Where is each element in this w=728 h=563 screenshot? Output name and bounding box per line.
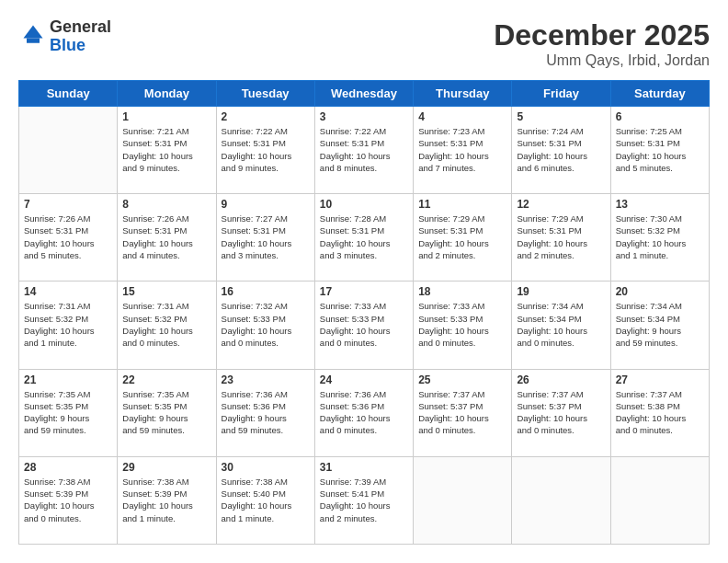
day-info: Sunrise: 7:38 AM Sunset: 5:40 PM Dayligh… [222,476,310,524]
calendar-cell: 21Sunrise: 7:35 AM Sunset: 5:35 PM Dayli… [19,369,118,456]
day-info: Sunrise: 7:26 AM Sunset: 5:31 PM Dayligh… [122,213,210,261]
day-info: Sunrise: 7:23 AM Sunset: 5:31 PM Dayligh… [418,125,506,174]
day-number: 11 [418,198,506,211]
day-info: Sunrise: 7:38 AM Sunset: 5:39 PM Dayligh… [24,476,112,524]
day-number: 30 [222,461,310,474]
calendar-week-row: 28Sunrise: 7:38 AM Sunset: 5:39 PM Dayli… [19,456,710,544]
calendar-cell: 1Sunrise: 7:21 AM Sunset: 5:31 PM Daylig… [118,107,216,194]
day-info: Sunrise: 7:29 AM Sunset: 5:31 PM Dayligh… [418,213,506,261]
calendar-week-row: 7Sunrise: 7:26 AM Sunset: 5:31 PM Daylig… [19,194,710,282]
header: General Blue December 2025 Umm Qays, Irb… [18,18,710,69]
svg-marker-0 [24,25,43,38]
col-saturday: Saturday [610,81,709,107]
day-info: Sunrise: 7:37 AM Sunset: 5:37 PM Dayligh… [418,388,506,437]
day-number: 6 [616,110,704,123]
day-info: Sunrise: 7:32 AM Sunset: 5:33 PM Dayligh… [222,300,310,349]
day-info: Sunrise: 7:33 AM Sunset: 5:33 PM Dayligh… [418,300,506,349]
day-number: 29 [122,461,210,474]
col-monday: Monday [118,81,216,107]
day-number: 17 [320,285,408,298]
day-number: 1 [122,110,210,123]
calendar-cell: 10Sunrise: 7:28 AM Sunset: 5:31 PM Dayli… [314,194,413,282]
calendar-cell: 26Sunrise: 7:37 AM Sunset: 5:37 PM Dayli… [512,369,610,456]
day-info: Sunrise: 7:26 AM Sunset: 5:31 PM Dayligh… [24,213,112,261]
day-info: Sunrise: 7:31 AM Sunset: 5:32 PM Dayligh… [24,300,112,349]
calendar-cell [19,107,118,194]
day-number: 14 [24,285,112,298]
calendar-cell: 7Sunrise: 7:26 AM Sunset: 5:31 PM Daylig… [19,194,118,282]
calendar-cell: 13Sunrise: 7:30 AM Sunset: 5:32 PM Dayli… [610,194,709,282]
calendar-week-row: 14Sunrise: 7:31 AM Sunset: 5:32 PM Dayli… [19,282,710,369]
day-number: 18 [418,285,506,298]
day-info: Sunrise: 7:24 AM Sunset: 5:31 PM Dayligh… [517,125,605,174]
col-wednesday: Wednesday [314,81,413,107]
day-number: 26 [517,373,605,386]
day-number: 12 [517,198,605,211]
logo: General Blue [18,18,111,55]
day-info: Sunrise: 7:22 AM Sunset: 5:31 PM Dayligh… [320,125,408,174]
day-number: 23 [222,373,310,386]
calendar-cell: 3Sunrise: 7:22 AM Sunset: 5:31 PM Daylig… [314,107,413,194]
title-block: December 2025 Umm Qays, Irbid, Jordan [494,18,710,69]
day-number: 5 [517,110,605,123]
day-info: Sunrise: 7:39 AM Sunset: 5:41 PM Dayligh… [320,476,408,524]
calendar-cell: 15Sunrise: 7:31 AM Sunset: 5:32 PM Dayli… [118,282,216,369]
day-number: 19 [517,285,605,298]
calendar-cell: 23Sunrise: 7:36 AM Sunset: 5:36 PM Dayli… [216,369,314,456]
day-number: 28 [24,461,112,474]
day-number: 22 [122,373,210,386]
day-number: 9 [222,198,310,211]
day-number: 27 [616,373,704,386]
calendar-cell: 16Sunrise: 7:32 AM Sunset: 5:33 PM Dayli… [216,282,314,369]
calendar-cell [414,456,512,544]
day-info: Sunrise: 7:31 AM Sunset: 5:32 PM Dayligh… [122,300,210,349]
day-number: 7 [24,198,112,211]
day-info: Sunrise: 7:33 AM Sunset: 5:33 PM Dayligh… [320,300,408,349]
calendar-cell: 14Sunrise: 7:31 AM Sunset: 5:32 PM Dayli… [19,282,118,369]
calendar-cell: 19Sunrise: 7:34 AM Sunset: 5:34 PM Dayli… [512,282,610,369]
location-subtitle: Umm Qays, Irbid, Jordan [494,52,710,69]
calendar-cell [610,456,709,544]
col-thursday: Thursday [414,81,512,107]
day-info: Sunrise: 7:29 AM Sunset: 5:31 PM Dayligh… [517,213,605,261]
calendar-cell: 31Sunrise: 7:39 AM Sunset: 5:41 PM Dayli… [314,456,413,544]
page: General Blue December 2025 Umm Qays, Irb… [0,0,728,563]
day-number: 31 [320,461,408,474]
calendar-cell: 25Sunrise: 7:37 AM Sunset: 5:37 PM Dayli… [414,369,512,456]
calendar-table: Sunday Monday Tuesday Wednesday Thursday… [18,80,710,545]
col-tuesday: Tuesday [216,81,314,107]
calendar-cell: 11Sunrise: 7:29 AM Sunset: 5:31 PM Dayli… [414,194,512,282]
day-info: Sunrise: 7:25 AM Sunset: 5:31 PM Dayligh… [616,125,704,174]
day-info: Sunrise: 7:28 AM Sunset: 5:31 PM Dayligh… [320,213,408,261]
day-info: Sunrise: 7:34 AM Sunset: 5:34 PM Dayligh… [517,300,605,349]
month-title: December 2025 [494,18,710,52]
day-number: 3 [320,110,408,123]
calendar-cell: 30Sunrise: 7:38 AM Sunset: 5:40 PM Dayli… [216,456,314,544]
calendar-cell: 4Sunrise: 7:23 AM Sunset: 5:31 PM Daylig… [414,107,512,194]
calendar-cell: 8Sunrise: 7:26 AM Sunset: 5:31 PM Daylig… [118,194,216,282]
col-sunday: Sunday [19,81,118,107]
logo-icon [20,22,46,48]
calendar-cell: 17Sunrise: 7:33 AM Sunset: 5:33 PM Dayli… [314,282,413,369]
col-friday: Friday [512,81,610,107]
calendar-week-row: 1Sunrise: 7:21 AM Sunset: 5:31 PM Daylig… [19,107,710,194]
day-info: Sunrise: 7:36 AM Sunset: 5:36 PM Dayligh… [320,388,408,437]
day-info: Sunrise: 7:35 AM Sunset: 5:35 PM Dayligh… [24,388,112,437]
calendar-cell: 22Sunrise: 7:35 AM Sunset: 5:35 PM Dayli… [118,369,216,456]
day-info: Sunrise: 7:38 AM Sunset: 5:39 PM Dayligh… [122,476,210,524]
day-number: 24 [320,373,408,386]
day-info: Sunrise: 7:37 AM Sunset: 5:38 PM Dayligh… [616,388,704,437]
logo-blue-text: Blue [50,36,85,54]
day-number: 25 [418,373,506,386]
day-info: Sunrise: 7:35 AM Sunset: 5:35 PM Dayligh… [122,388,210,437]
calendar-cell [512,456,610,544]
day-number: 13 [616,198,704,211]
day-number: 20 [616,285,704,298]
day-number: 8 [122,198,210,211]
day-info: Sunrise: 7:30 AM Sunset: 5:32 PM Dayligh… [616,213,704,261]
day-number: 4 [418,110,506,123]
day-number: 2 [222,110,310,123]
calendar-week-row: 21Sunrise: 7:35 AM Sunset: 5:35 PM Dayli… [19,369,710,456]
calendar-cell: 27Sunrise: 7:37 AM Sunset: 5:38 PM Dayli… [610,369,709,456]
day-info: Sunrise: 7:37 AM Sunset: 5:37 PM Dayligh… [517,388,605,437]
